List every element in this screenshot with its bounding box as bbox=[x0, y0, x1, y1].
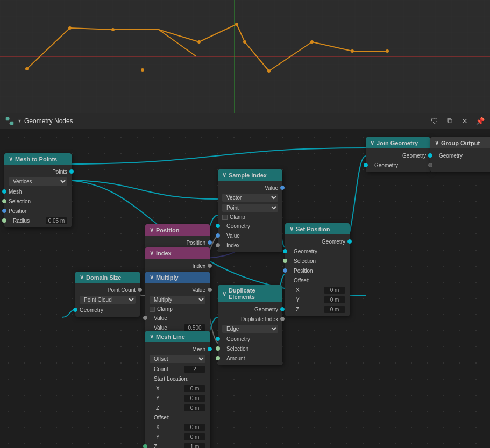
offset-z-socket[interactable] bbox=[143, 444, 147, 448]
setpos-y: Y 0 m bbox=[285, 295, 350, 304]
collapse-icon[interactable]: ∨ bbox=[9, 155, 13, 162]
multiply-output-socket[interactable] bbox=[208, 288, 212, 292]
position-output-row: Position bbox=[145, 238, 210, 247]
viewport-canvas bbox=[0, 0, 490, 113]
value-input-socket[interactable] bbox=[143, 316, 147, 320]
point-dropdown[interactable]: Point bbox=[222, 204, 278, 212]
duplicate-elements-node[interactable]: ∨ Duplicate Elements Geometry Duplicate … bbox=[218, 285, 282, 365]
toolbar-title: Geometry Nodes bbox=[24, 117, 73, 125]
position-output-socket[interactable] bbox=[208, 240, 212, 245]
offset-x-value[interactable]: 0 m bbox=[184, 424, 205, 431]
start-y-value[interactable]: 0 m bbox=[184, 395, 205, 402]
sample-index-input-socket[interactable] bbox=[216, 243, 220, 247]
mesh-line-node[interactable]: ∨ Mesh Line Mesh Offset Count 2 bbox=[145, 331, 210, 448]
setpos-x-val[interactable]: 0 m bbox=[324, 287, 345, 294]
sample-clamp-checkbox[interactable] bbox=[222, 215, 228, 220]
offset-y-row: Y 0 m bbox=[145, 432, 210, 442]
copy-button[interactable]: ⧉ bbox=[444, 115, 456, 127]
node-editor[interactable]: ▾ Geometry Nodes 🛡 ⧉ ✕ 📌 bbox=[0, 113, 490, 448]
multiply-node[interactable]: ∨ Multiply Value Multiply Clamp bbox=[145, 272, 210, 335]
point-cloud-dropdown[interactable]: Point Cloud bbox=[80, 296, 136, 304]
points-output-row: Points bbox=[4, 167, 72, 176]
setpos-z-val[interactable]: 0 m bbox=[324, 306, 345, 313]
setpos-selection-input: Selection bbox=[285, 256, 350, 266]
mesh-to-points-header: ∨ Mesh to Points bbox=[4, 153, 72, 165]
node-editor-icon[interactable] bbox=[4, 116, 15, 126]
sample-value-socket[interactable] bbox=[280, 186, 285, 190]
offset-z-value[interactable]: 1 m bbox=[184, 443, 205, 449]
start-z-row: Z 0 m bbox=[145, 403, 210, 413]
position-node[interactable]: ∨ Position Position bbox=[145, 224, 210, 250]
radius-input-row: Radius 0.05 m bbox=[4, 216, 72, 225]
setpos-geo-output-socket[interactable] bbox=[347, 239, 352, 244]
setpos-geo-input: Geometry bbox=[285, 246, 350, 256]
selection-input-socket[interactable] bbox=[2, 199, 6, 203]
mesh-to-points-node[interactable]: ∨ Mesh to Points Points Vertices Mesh bbox=[4, 153, 72, 227]
mesh-output-socket[interactable] bbox=[208, 347, 212, 351]
domain-size-node[interactable]: ∨ Domain Size Point Count Point Cloud Ge… bbox=[75, 272, 140, 317]
sample-index-header: ∨ Sample Index bbox=[218, 169, 282, 181]
group-output-node[interactable]: ∨ Group Output Geometry bbox=[430, 137, 490, 172]
offset-y-value[interactable]: 0 m bbox=[184, 433, 205, 440]
group-geo-input-socket[interactable] bbox=[428, 153, 432, 158]
pin-button[interactable]: 📌 bbox=[474, 115, 486, 127]
setpos-position-input: Position bbox=[285, 266, 350, 275]
setpos-pos-socket[interactable] bbox=[283, 268, 287, 273]
mesh-line-header: ∨ Mesh Line bbox=[145, 331, 210, 342]
dropdown-icon[interactable]: ▾ bbox=[18, 118, 21, 124]
set-position-header: ∨ Set Position bbox=[285, 223, 350, 234]
group-empty-socket-circle bbox=[428, 163, 432, 167]
close-button[interactable]: ✕ bbox=[459, 115, 471, 127]
vector-dropdown[interactable]: Vector bbox=[222, 194, 278, 202]
join-geometry-node[interactable]: ∨ Join Geometry Geometry Geometry bbox=[366, 137, 430, 172]
dup-geo-input-socket[interactable] bbox=[216, 337, 220, 341]
node-canvas[interactable]: ∨ Mesh to Points Points Vertices Mesh bbox=[0, 129, 490, 448]
join-geo-header: ∨ Join Geometry bbox=[366, 137, 430, 148]
index-output-socket[interactable] bbox=[208, 264, 212, 268]
offset-label-row: Offset: bbox=[285, 275, 350, 285]
setpos-geo-input-socket[interactable] bbox=[283, 249, 287, 253]
point-count-socket[interactable] bbox=[138, 288, 142, 292]
radius-value[interactable]: 0.05 m bbox=[46, 217, 67, 224]
multiply-dropdown[interactable]: Multiply bbox=[150, 296, 205, 304]
duplicate-elements-header: ∨ Duplicate Elements bbox=[218, 285, 282, 302]
sample-value-input-socket[interactable] bbox=[216, 233, 220, 238]
points-output-socket[interactable] bbox=[69, 169, 74, 174]
domain-size-header: ∨ Domain Size bbox=[75, 272, 140, 283]
index-output-row: Index bbox=[145, 261, 210, 271]
start-z-value[interactable]: 0 m bbox=[184, 404, 205, 411]
edge-dropdown[interactable]: Edge bbox=[222, 325, 278, 333]
sample-geo-input: Geometry bbox=[218, 221, 282, 231]
set-position-node[interactable]: ∨ Set Position Geometry Geometry Selecti… bbox=[285, 223, 350, 316]
join-geo-input: Geometry bbox=[366, 160, 430, 170]
position-input-row: Position bbox=[4, 206, 72, 216]
sample-geo-socket[interactable] bbox=[216, 224, 220, 228]
sample-index-node[interactable]: ∨ Sample Index Value Vector Point bbox=[218, 169, 282, 252]
setpos-y-val[interactable]: 0 m bbox=[324, 296, 345, 303]
mesh-input-socket[interactable] bbox=[2, 189, 6, 194]
dup-index-output-socket[interactable] bbox=[280, 317, 285, 321]
point-count-output-row: Point Count bbox=[75, 285, 140, 295]
shield-button[interactable]: 🛡 bbox=[429, 115, 441, 127]
count-value[interactable]: 2 bbox=[184, 366, 205, 373]
setpos-x: X 0 m bbox=[285, 285, 350, 295]
dup-selection-input: Selection bbox=[218, 344, 282, 353]
start-x-value[interactable]: 0 m bbox=[184, 385, 205, 392]
count-row: Count 2 bbox=[145, 364, 210, 374]
index-node[interactable]: ∨ Index Index bbox=[145, 247, 210, 273]
dup-geo-output-socket[interactable] bbox=[280, 307, 285, 311]
radius-input-socket[interactable] bbox=[2, 218, 6, 223]
join-geo-input-socket[interactable] bbox=[364, 163, 368, 167]
dup-amount-socket[interactable] bbox=[216, 356, 220, 360]
multiply-value[interactable]: 0.500 bbox=[184, 324, 205, 331]
dup-selection-socket[interactable] bbox=[216, 346, 220, 351]
position-input-socket[interactable] bbox=[2, 209, 6, 213]
geo-input-socket[interactable] bbox=[73, 308, 77, 312]
sample-index-input: Index bbox=[218, 240, 282, 250]
clamp-checkbox[interactable] bbox=[150, 307, 155, 312]
mode-dropdown[interactable]: Vertices bbox=[9, 177, 67, 186]
dup-geo-input: Geometry bbox=[218, 334, 282, 344]
offset-dropdown[interactable]: Offset bbox=[150, 355, 205, 363]
setpos-sel-socket[interactable] bbox=[283, 259, 287, 263]
viewport-3d[interactable] bbox=[0, 0, 490, 113]
